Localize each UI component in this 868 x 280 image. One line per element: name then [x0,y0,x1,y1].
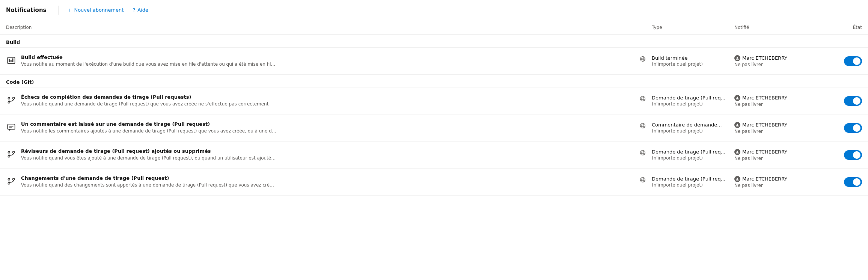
comment-icon [6,122,17,132]
desc-cell: Réviseurs de demande de tirage (Pull req… [6,148,652,161]
table-row: Changements d'une demande de tirage (Pul… [0,169,868,196]
svg-point-29 [13,151,15,153]
table-row: Réviseurs de demande de tirage (Pull req… [0,142,868,169]
type-main: Commentaire de demande... [652,122,734,128]
notif-title: Un commentaire est laissé sur une demand… [21,121,635,127]
svg-point-8 [737,57,738,58]
pullrequest-icon [6,95,17,105]
page-title: Notifications [6,7,53,14]
user-name: Marc ETCHEBERRY [742,149,787,155]
notif-description: Vous notifie les commentaires ajoutés à … [21,128,276,134]
svg-point-41 [642,178,644,182]
svg-point-38 [13,178,15,180]
notifications-table: Build Build effectuéeVous notifie au mom… [0,35,868,196]
svg-point-23 [642,123,644,128]
state-toggle[interactable] [844,150,862,160]
col-state: État [817,23,862,32]
globe-icon [640,96,646,103]
help-button[interactable]: ? Aide [130,6,151,14]
deliver-label: Ne pas livrer [734,62,817,67]
state-toggle[interactable] [844,123,862,133]
notif-title: Build effectuée [21,54,635,60]
svg-rect-18 [8,124,15,129]
svg-rect-1 [9,59,10,62]
type-cell: Demande de tirage (Pull req...(n'importe… [652,176,734,188]
state-cell [817,150,862,160]
state-cell [817,96,862,106]
user-icon [734,149,740,155]
user-icon [734,122,740,128]
toolbar: Notifications + Nouvel abonnement ? Aide [0,0,868,20]
svg-point-32 [642,151,644,155]
type-sub: (n'importe quel projet) [652,101,734,107]
svg-point-26 [737,123,738,125]
state-cell [817,123,862,133]
state-toggle[interactable] [844,96,862,106]
type-sub: (n'importe quel projet) [652,155,734,161]
user-name: Marc ETCHEBERRY [742,122,787,128]
svg-point-22 [640,123,645,128]
notifie-cell: Marc ETCHEBERRYNe pas livrer [734,122,817,134]
col-notifie: Notifié [734,23,817,32]
pullrequest-icon [6,149,17,160]
type-cell: Demande de tirage (Pull req...(n'importe… [652,149,734,161]
table-row: Un commentaire est laissé sur une demand… [0,114,868,142]
state-toggle[interactable] [844,177,862,187]
new-subscription-button[interactable]: + Nouvel abonnement [65,6,127,14]
globe-icon [640,150,646,157]
new-subscription-label: Nouvel abonnement [74,7,124,13]
notif-description: Vous notifie quand vous êtes ajouté à un… [21,155,276,161]
type-sub: (n'importe quel projet) [652,128,734,134]
svg-point-4 [640,57,645,62]
globe-icon [640,177,646,184]
user-icon [734,55,740,61]
notif-title: Réviseurs de demande de tirage (Pull req… [21,148,635,154]
state-cell [817,56,862,66]
type-cell: Demande de tirage (Pull req...(n'importe… [652,95,734,107]
plus-icon: + [68,7,72,13]
notif-description: Vous notifie au moment de l'exécution d'… [21,61,276,68]
type-main: Demande de tirage (Pull req... [652,176,734,182]
deliver-label: Ne pas livrer [734,156,817,161]
table-row: Build effectuéeVous notifie au moment de… [0,48,868,75]
svg-rect-2 [11,60,12,62]
notif-description: Vous notifie quand une demande de tirage… [21,101,276,107]
svg-point-36 [8,178,10,180]
svg-point-35 [737,151,738,152]
section-1: Code (Git) [0,75,868,87]
desc-cell: Échecs de complétion des demandes de tir… [6,94,652,107]
state-cell [817,177,862,187]
svg-point-40 [640,178,645,182]
user-name: Marc ETCHEBERRY [742,55,787,61]
notifie-cell: Marc ETCHEBERRYNe pas livrer [734,176,817,188]
svg-point-14 [642,96,644,101]
build-icon [6,55,17,66]
notifie-cell: Marc ETCHEBERRYNe pas livrer [734,95,817,107]
deliver-label: Ne pas livrer [734,102,817,107]
notif-title: Changements d'une demande de tirage (Pul… [21,175,635,181]
svg-point-13 [640,96,645,101]
col-type: Type [652,23,734,32]
svg-point-9 [8,97,10,99]
pullrequest-icon [6,176,17,187]
notif-description: Vous notifie quand des changements sont … [21,182,276,188]
state-toggle[interactable] [844,56,862,66]
svg-rect-3 [12,59,14,62]
section-0: Build [0,35,868,48]
globe-icon [640,123,646,130]
desc-cell: Changements d'une demande de tirage (Pul… [6,175,652,188]
type-cell: Build terminée(n'importe quel projet) [652,55,734,67]
type-main: Demande de tirage (Pull req... [652,149,734,155]
deliver-label: Ne pas livrer [734,183,817,188]
desc-cell: Build effectuéeVous notifie au moment de… [6,54,652,68]
user-name: Marc ETCHEBERRY [742,176,787,182]
type-sub: (n'importe quel projet) [652,62,734,67]
notif-title: Échecs de complétion des demandes de tir… [21,94,635,100]
type-sub: (n'importe quel projet) [652,182,734,188]
table-row: Échecs de complétion des demandes de tir… [0,87,868,114]
type-main: Demande de tirage (Pull req... [652,95,734,101]
toolbar-divider [59,6,59,15]
type-main: Build terminée [652,55,734,61]
svg-point-11 [13,97,15,99]
deliver-label: Ne pas livrer [734,129,817,134]
